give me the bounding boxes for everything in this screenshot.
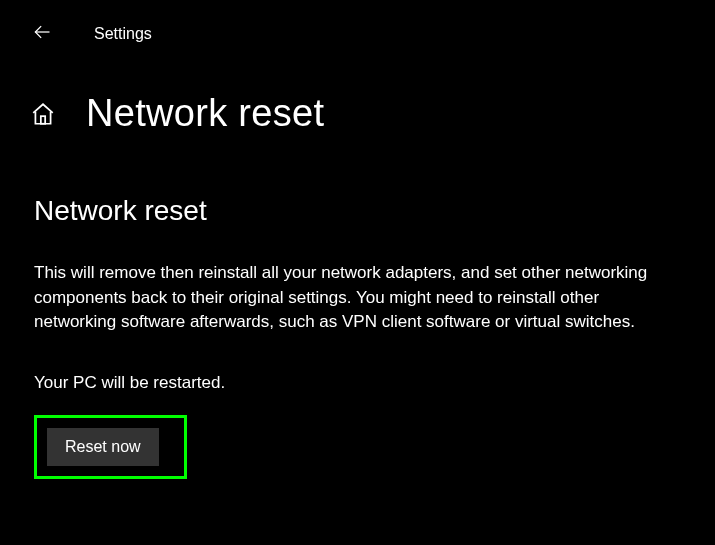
back-button[interactable] — [28, 20, 56, 48]
page-title: Network reset — [86, 92, 324, 135]
back-arrow-icon — [32, 22, 52, 46]
home-icon[interactable] — [28, 99, 58, 129]
content-area: Network reset This will remove then rein… — [0, 195, 715, 479]
svg-rect-1 — [41, 116, 45, 124]
section-heading: Network reset — [34, 195, 681, 227]
header-title: Settings — [94, 25, 152, 43]
header-bar: Settings — [0, 0, 715, 50]
description-text: This will remove then reinstall all your… — [34, 261, 674, 335]
page-title-row: Network reset — [0, 50, 715, 135]
restart-note: Your PC will be restarted. — [34, 373, 681, 393]
reset-now-button[interactable]: Reset now — [47, 428, 159, 466]
highlight-box: Reset now — [34, 415, 187, 479]
